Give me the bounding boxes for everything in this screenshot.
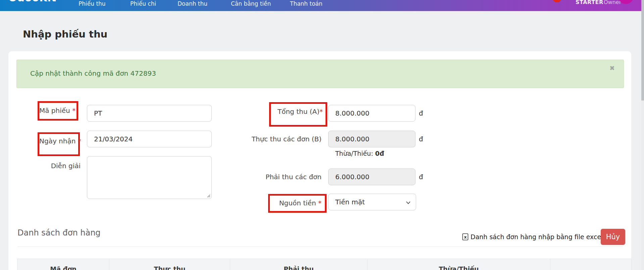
orders-section-title: Danh sách đơn hàng (17, 228, 101, 238)
nav-item-can-bang-tien[interactable]: Cân bằng tiền (231, 0, 271, 7)
orders-table: Mã đơn Thực thu Phải thu Thừa/Thiếu (17, 259, 632, 270)
cancel-button[interactable]: Hủy (601, 229, 625, 245)
top-navbar: OdooKit Phiếu thu Phiếu chi Doanh thu Câ… (0, 0, 641, 11)
excel-import-link[interactable]: x Danh sách đơn hàng nhập bằng file exce… (462, 233, 603, 241)
thuc-thu-currency: đ (419, 135, 423, 143)
close-icon[interactable]: ✖ (609, 64, 615, 72)
phai-thu-currency: đ (419, 173, 423, 181)
thuc-thu-label: Thực thu các đơn (B) (221, 135, 321, 143)
annotation-rect-tong-thu: Tổng thu (A)* (269, 102, 327, 127)
success-alert: Cập nhật thành công mã đơn 472893 ✖ (16, 60, 624, 88)
excel-file-icon: x (462, 233, 468, 241)
nav-item-phieu-chi[interactable]: Phiếu chi (130, 0, 156, 7)
notification-badge-icon[interactable] (552, 0, 561, 2)
scrollbar-thumb[interactable] (641, 0, 644, 100)
dien-giai-textarea[interactable] (87, 156, 212, 199)
col-header-phai-thu: Phải thu (230, 259, 367, 270)
chevron-down-icon (406, 201, 410, 204)
dien-giai-label: Diễn giải (20, 162, 81, 170)
tong-thu-currency: đ (419, 109, 423, 117)
nav-item-doanh-thu[interactable]: Doanh thu (178, 0, 207, 7)
phai-thu-input (328, 168, 415, 185)
nav-item-phieu-thu[interactable]: Phiếu thu (79, 0, 106, 7)
ma-phieu-input[interactable] (87, 105, 212, 122)
annotation-rect-nguon-tien: Nguồn tiền * (268, 194, 327, 213)
annotation-rect-ngay-nhan: Ngày nhận * (38, 132, 80, 156)
ngay-nhan-label: Ngày nhận * (39, 134, 78, 145)
app-logo[interactable]: OdooKit (8, 0, 56, 4)
excel-link-label: Danh sách đơn hàng nhập bằng file excel (470, 233, 603, 241)
annotation-rect-ma-phieu: Mã phiếu * (38, 101, 78, 121)
ngay-nhan-input[interactable] (87, 131, 212, 147)
plan-badge: STARTER (576, 0, 603, 5)
thua-thieu-value: 0đ (375, 150, 384, 157)
thua-thieu-line: Thừa/Thiếu: 0đ (335, 150, 384, 157)
col-header-thuc-thu: Thực thu (109, 259, 230, 270)
required-asterisk: * (72, 107, 76, 115)
col-header-thua-thieu: Thừa/Thiếu (367, 259, 550, 270)
section-divider (17, 247, 623, 247)
tong-thu-label: Tổng thu (A)* (271, 104, 326, 116)
user-role-label: Owner (604, 0, 621, 5)
svg-text:x: x (464, 235, 467, 240)
main-card: Cập nhật thành công mã đơn 472893 ✖ Mã p… (8, 51, 631, 270)
ma-phieu-label: Mã phiếu * (39, 103, 77, 118)
required-asterisk: * (318, 199, 321, 207)
resize-handle-icon[interactable] (206, 194, 210, 198)
tong-thu-input[interactable] (328, 105, 415, 122)
success-alert-message: Cập nhật thành công mã đơn 472893 (30, 69, 156, 77)
col-header-ma-don: Mã đơn (17, 259, 109, 270)
nguon-tien-label: Nguồn tiền * (270, 196, 325, 210)
col-header-actions (550, 259, 632, 270)
phai-thu-label: Phải thu các đơn (221, 173, 321, 181)
nguon-tien-selected-value: Tiền mặt (335, 198, 365, 206)
required-asterisk: * (319, 108, 323, 116)
nguon-tien-select[interactable]: Tiền mặt (328, 194, 416, 210)
page-title: Nhập phiếu thu (23, 28, 107, 40)
orders-table-header-row: Mã đơn Thực thu Phải thu Thừa/Thiếu (17, 259, 632, 270)
nav-item-thanh-toan[interactable]: Thanh toán (290, 0, 323, 7)
required-asterisk: * (78, 137, 81, 145)
thuc-thu-input (328, 131, 415, 147)
